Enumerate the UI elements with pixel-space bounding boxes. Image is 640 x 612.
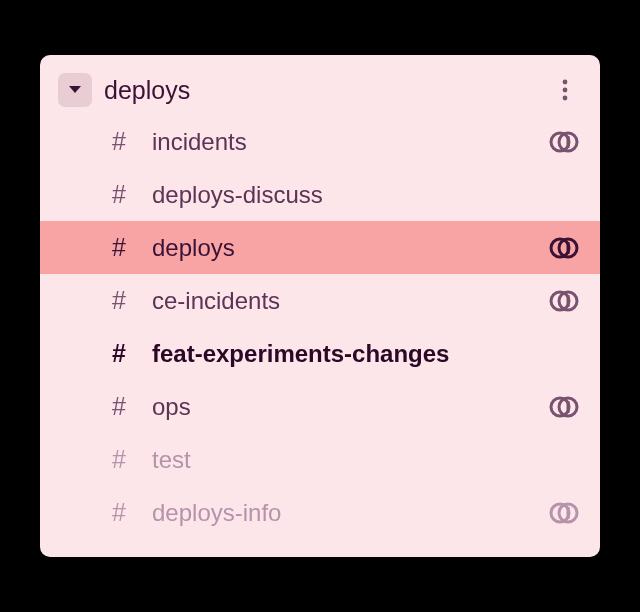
channel-thread-indicator [546,501,582,525]
channel-name: deploys-discuss [152,181,546,209]
threads-icon [549,130,579,154]
channel-item[interactable]: #ops [40,380,600,433]
threads-icon [549,236,579,260]
channel-item[interactable]: #incidents [40,115,600,168]
hash-icon: # [104,233,134,262]
channel-thread-indicator [546,130,582,154]
threads-icon [549,289,579,313]
section-more-button[interactable] [548,73,582,107]
caret-down-icon [68,85,82,95]
channel-item[interactable]: #test [40,433,600,486]
hash-icon: # [104,339,134,368]
channel-name: ops [152,393,546,421]
svg-point-0 [563,80,568,85]
channel-thread-indicator [546,395,582,419]
channel-item[interactable]: #deploys-info [40,486,600,539]
channel-thread-indicator [546,236,582,260]
hash-icon: # [104,498,134,527]
channel-list: #incidents #deploys-discuss#deploys #ce-… [40,115,600,539]
channel-name: ce-incidents [152,287,546,315]
section-header: deploys [40,73,600,115]
hash-icon: # [104,180,134,209]
hash-icon: # [104,445,134,474]
threads-icon [549,395,579,419]
channel-name: feat-experiments-changes [152,340,546,368]
hash-icon: # [104,127,134,156]
channel-name: incidents [152,128,546,156]
channel-section-panel: deploys #incidents #deploys-discuss#depl… [40,55,600,557]
channel-item[interactable]: #ce-incidents [40,274,600,327]
channel-name: test [152,446,546,474]
svg-point-1 [563,88,568,93]
hash-icon: # [104,392,134,421]
channel-name: deploys-info [152,499,546,527]
channel-name: deploys [152,234,546,262]
channel-item[interactable]: #deploys [40,221,600,274]
threads-icon [549,501,579,525]
channel-item[interactable]: #deploys-discuss [40,168,600,221]
channel-item[interactable]: #feat-experiments-changes [40,327,600,380]
more-vertical-icon [562,78,568,102]
channel-thread-indicator [546,289,582,313]
hash-icon: # [104,286,134,315]
section-title: deploys [104,76,548,105]
section-collapse-button[interactable] [58,73,92,107]
svg-point-2 [563,96,568,101]
